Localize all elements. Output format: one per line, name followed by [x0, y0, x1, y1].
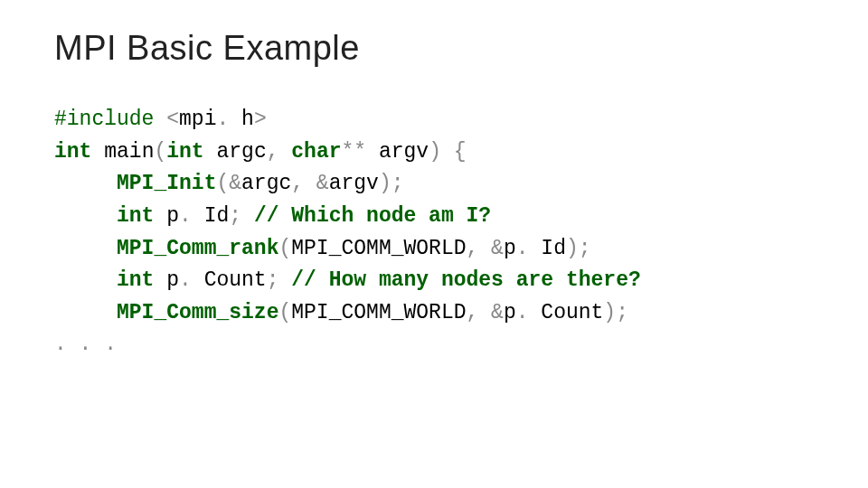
code-token: argc [204, 140, 267, 164]
code-token: #include [54, 108, 166, 131]
code-token: char [291, 140, 341, 164]
code-token: int [117, 204, 154, 228]
code-token: argc [241, 172, 291, 195]
code-token: (& [216, 172, 241, 195]
code-token: ); [566, 237, 591, 260]
code-token: int [117, 268, 154, 292]
code-token: , & [291, 172, 328, 195]
code-token: p [154, 204, 179, 228]
code-token: int [54, 140, 91, 164]
code-token: , [267, 140, 292, 164]
code-token: p [504, 301, 516, 324]
code-token: p [154, 268, 179, 292]
code-token: . . . [54, 333, 117, 356]
code-token: Count [204, 268, 267, 292]
code-token: h [241, 108, 254, 131]
code-token: p [504, 237, 516, 260]
code-token: ( [278, 237, 291, 260]
code-token: . [516, 301, 542, 324]
code-block: #include <mpi. h> int main(int argc, cha… [54, 104, 814, 361]
code-token: main [91, 140, 154, 164]
code-token: Id [541, 237, 566, 260]
code-token: . [179, 204, 204, 228]
code-token: mpi [179, 108, 216, 131]
code-token: ); [379, 172, 404, 195]
code-token: MPI_Comm_size [117, 301, 278, 324]
code-token [54, 172, 117, 195]
code-token [54, 204, 117, 228]
code-token: ** [342, 140, 379, 164]
code-token: // Which node am I? [254, 204, 491, 228]
code-token: ) { [429, 140, 466, 164]
code-token [54, 301, 117, 324]
code-token: MPI_COMM_WORLD [291, 301, 466, 324]
code-token: . [179, 268, 204, 292]
code-token: int [166, 140, 203, 164]
code-token: ; [267, 268, 292, 292]
code-token: Count [541, 301, 603, 324]
code-token: . [516, 237, 542, 260]
code-token: Id [204, 204, 230, 228]
code-token: ); [603, 301, 628, 324]
code-token: MPI_Comm_rank [117, 237, 278, 260]
code-token [54, 237, 117, 260]
code-token: . [216, 108, 241, 131]
code-token: < [166, 108, 179, 131]
code-token: ( [278, 301, 291, 324]
code-token: // How many nodes are there? [291, 268, 640, 292]
code-token: , & [467, 237, 504, 260]
code-token: MPI_Init [117, 172, 216, 195]
code-token: > [254, 108, 267, 131]
slide-title: MPI Basic Example [54, 29, 814, 68]
code-token: ( [154, 140, 166, 164]
code-token: argv [329, 172, 379, 195]
code-token: argv [379, 140, 429, 164]
code-token [54, 268, 117, 292]
code-token: , & [467, 301, 504, 324]
slide: MPI Basic Example #include <mpi. h> int … [0, 0, 868, 488]
code-token: ; [229, 204, 254, 228]
code-token: MPI_COMM_WORLD [291, 237, 466, 260]
